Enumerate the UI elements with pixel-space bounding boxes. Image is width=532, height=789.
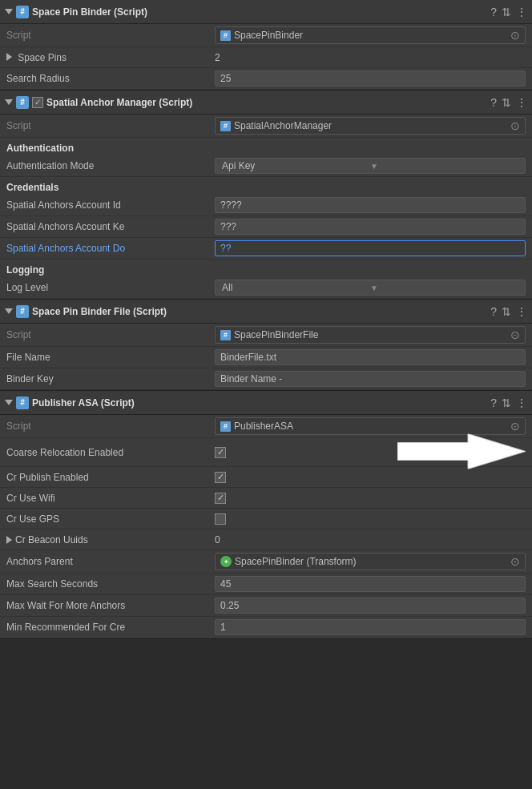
settings-icon[interactable]: ⇅: [502, 96, 511, 109]
transform-icon: ✦: [220, 556, 232, 567]
menu-icon[interactable]: ⋮: [516, 305, 527, 318]
coarse-relocation-checkbox-wrap[interactable]: [215, 447, 229, 458]
question-icon[interactable]: ?: [490, 397, 497, 409]
cr-wifi-label: Cr Use Wifi: [6, 493, 215, 504]
circle-arrow-icon[interactable]: ⊙: [510, 555, 520, 568]
settings-icon[interactable]: ⇅: [502, 397, 511, 409]
publisher-asa-header[interactable]: # Publisher ASA (Script) ? ⇅ ⋮: [0, 391, 532, 415]
max-search-seconds-input[interactable]: 45: [215, 576, 526, 592]
collapse-icon[interactable]: [5, 9, 13, 14]
expand-icon[interactable]: [6, 536, 12, 544]
question-icon[interactable]: ?: [490, 96, 497, 109]
logging-section-label: Logging: [0, 260, 532, 277]
cr-gps-label: Cr Use GPS: [6, 513, 215, 525]
expand-icon[interactable]: [6, 53, 12, 61]
circle-arrow-icon[interactable]: ⊙: [510, 328, 520, 341]
spatial-anchor-manager-header[interactable]: # Spatial Anchor Manager (Script) ? ⇅ ⋮: [0, 91, 532, 115]
file-name-input[interactable]: BinderFile.txt: [215, 349, 526, 365]
hash-icon: #: [16, 305, 29, 318]
menu-icon[interactable]: ⋮: [516, 397, 527, 409]
cr-wifi-checkbox[interactable]: [215, 493, 226, 504]
script-hash-icon: #: [220, 30, 231, 41]
script-label: Script: [6, 329, 215, 340]
script-label: Script: [6, 120, 215, 131]
script-hash-icon: #: [220, 421, 231, 432]
hash-icon: #: [16, 96, 29, 109]
script-row: Script # PublisherASA ⊙: [0, 415, 532, 438]
circle-arrow-icon[interactable]: ⊙: [510, 119, 520, 132]
script-value: # PublisherASA ⊙: [215, 417, 526, 435]
auth-mode-dropdown[interactable]: Api Key ▼: [215, 158, 526, 174]
cr-publish-label: Cr Publish Enabled: [6, 472, 215, 483]
menu-icon[interactable]: ⋮: [516, 6, 527, 18]
header-icons: ? ⇅ ⋮: [490, 397, 527, 409]
anchors-parent-label: Anchors Parent: [6, 556, 215, 567]
account-domain-row: Spatial Anchors Account Do ??: [0, 238, 532, 260]
cr-wifi-checkbox-wrap[interactable]: [215, 493, 229, 504]
account-key-row: Spatial Anchors Account Ke ???: [0, 216, 532, 238]
account-id-label: Spatial Anchors Account Id: [6, 199, 215, 211]
script-name: SpacePinBinder: [234, 30, 303, 41]
coarse-relocation-row: Coarse Relocation Enabled: [0, 438, 532, 467]
account-domain-input[interactable]: ??: [215, 240, 526, 256]
cr-publish-checkbox[interactable]: [215, 472, 226, 483]
header-icons: ? ⇅ ⋮: [490, 305, 527, 318]
dropdown-arrow-icon: ▼: [370, 162, 518, 171]
account-key-label: Spatial Anchors Account Ke: [6, 221, 215, 232]
red-arrow-annotation: [397, 433, 526, 471]
space-pins-label: Space Pins: [6, 52, 215, 63]
min-recommended-row: Min Recommended For Cre 1: [0, 617, 532, 638]
script-hash-icon: #: [220, 121, 231, 131]
menu-icon[interactable]: ⋮: [516, 96, 527, 109]
collapse-icon[interactable]: [5, 99, 13, 105]
settings-icon[interactable]: ⇅: [502, 6, 511, 18]
max-search-seconds-row: Max Search Seconds 45: [0, 574, 532, 595]
script-name: SpatialAnchorManager: [234, 120, 332, 131]
space-pin-binder-file-title: Space Pin Binder File (Script): [32, 306, 490, 317]
max-wait-input[interactable]: 0.25: [215, 598, 526, 614]
question-icon[interactable]: ?: [490, 305, 497, 318]
cr-publish-checkbox-wrap[interactable]: [215, 472, 229, 483]
settings-icon[interactable]: ⇅: [502, 305, 511, 318]
collapse-icon[interactable]: [5, 308, 13, 314]
binder-key-input[interactable]: Binder Name -: [215, 371, 526, 387]
script-row: Script # SpacePinBinder ⊙: [0, 24, 532, 47]
auth-mode-row: Authentication Mode Api Key ▼: [0, 155, 532, 177]
max-wait-label: Max Wait For More Anchors: [6, 600, 215, 611]
script-name: SpacePinBinderFile: [234, 329, 318, 340]
script-hash-icon: #: [220, 330, 231, 340]
cr-gps-row: Cr Use GPS: [0, 509, 532, 529]
circle-arrow-icon[interactable]: ⊙: [510, 29, 520, 42]
account-id-input[interactable]: ????: [215, 197, 526, 213]
account-key-input[interactable]: ???: [215, 219, 526, 235]
script-row: Script # SpacePinBinderFile ⊙: [0, 324, 532, 347]
cr-beacon-label: Cr Beacon Uuids: [6, 534, 215, 545]
coarse-relocation-section: Coarse Relocation Enabled: [0, 438, 532, 467]
dropdown-arrow-icon: ▼: [370, 284, 518, 292]
space-pin-binder-file-panel: # Space Pin Binder File (Script) ? ⇅ ⋮ S…: [0, 300, 532, 391]
enabled-checkbox[interactable]: [32, 97, 43, 108]
circle-arrow-icon[interactable]: ⊙: [510, 420, 520, 433]
hash-icon: #: [16, 6, 29, 18]
min-recommended-input[interactable]: 1: [215, 619, 526, 635]
binder-key-row: Binder Key Binder Name -: [0, 368, 532, 390]
search-radius-row: Search Radius 25: [0, 68, 532, 90]
log-level-row: Log Level All ▼: [0, 277, 532, 299]
account-domain-label: Spatial Anchors Account Do: [6, 243, 215, 254]
file-name-row: File Name BinderFile.txt: [0, 347, 532, 368]
space-pin-binder-file-header[interactable]: # Space Pin Binder File (Script) ? ⇅ ⋮: [0, 300, 532, 324]
cr-gps-checkbox-wrap[interactable]: [215, 513, 229, 525]
cr-wifi-row: Cr Use Wifi: [0, 488, 532, 509]
coarse-relocation-checkbox[interactable]: [215, 447, 226, 458]
log-level-dropdown[interactable]: All ▼: [215, 280, 526, 296]
question-icon[interactable]: ?: [490, 6, 497, 18]
creds-section-label: Credentials: [0, 177, 532, 195]
collapse-icon[interactable]: [5, 400, 13, 405]
space-pin-binder-header[interactable]: # Space Pin Binder (Script) ? ⇅ ⋮: [0, 0, 532, 24]
search-radius-input[interactable]: 25: [215, 70, 526, 87]
script-value: # SpacePinBinderFile ⊙: [215, 326, 526, 344]
anchors-parent-row: Anchors Parent ✦ SpacePinBinder (Transfo…: [0, 550, 532, 574]
cr-publish-row: Cr Publish Enabled: [0, 467, 532, 488]
publisher-asa-title: Publisher ASA (Script): [32, 397, 490, 409]
cr-gps-checkbox[interactable]: [215, 513, 226, 525]
